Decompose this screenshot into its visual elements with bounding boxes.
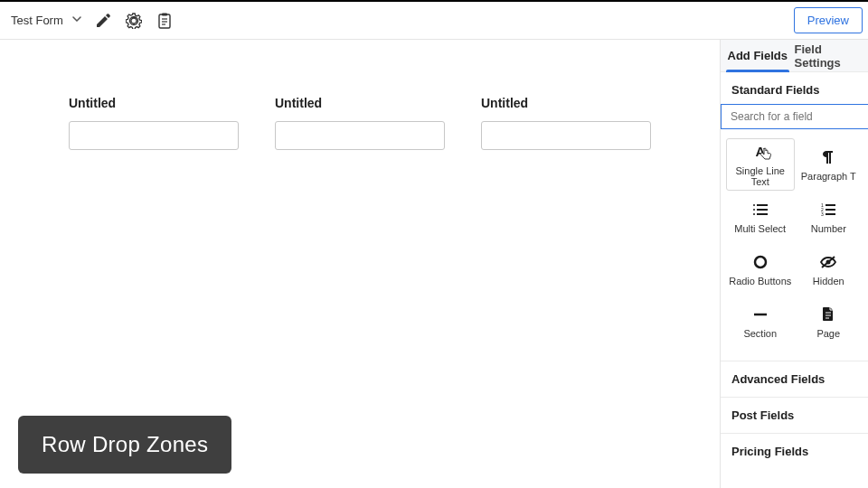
tile-label: Hidden xyxy=(813,276,844,286)
tile-label: Number xyxy=(811,223,846,234)
tile-label: Section xyxy=(743,328,777,339)
number-list-icon: 123 xyxy=(821,200,835,220)
text-input[interactable] xyxy=(481,121,651,150)
section-advanced-fields[interactable]: Advanced Fields xyxy=(721,361,868,397)
radio-icon xyxy=(753,252,768,272)
search-wrap xyxy=(721,104,868,129)
tile-hidden[interactable]: Hidden xyxy=(795,243,863,296)
tile-label: Multi Select xyxy=(734,223,786,234)
svg-point-9 xyxy=(753,204,755,206)
field-grid: A Single Line Text Paragraph T Multi Sel… xyxy=(721,129,868,361)
tile-section[interactable]: Section xyxy=(726,296,795,348)
right-sidebar: Add Fields Field Settings Standard Field… xyxy=(720,40,868,488)
text-input[interactable] xyxy=(69,121,239,150)
tile-number[interactable]: 123 Number xyxy=(795,191,863,243)
form-field[interactable]: Untitled xyxy=(275,96,445,150)
section-pricing-fields[interactable]: Pricing Fields xyxy=(721,433,868,469)
tile-label: Page xyxy=(816,328,840,339)
tile-paragraph-text[interactable]: Paragraph T xyxy=(795,138,863,191)
search-input[interactable] xyxy=(721,104,868,129)
form-name-dropdown[interactable]: Test Form xyxy=(11,14,81,27)
clipboard-icon[interactable] xyxy=(156,12,174,30)
fields-row: Untitled Untitled Untitled xyxy=(69,96,651,150)
svg-text:3: 3 xyxy=(821,211,824,216)
toast-caption: Row Drop Zones xyxy=(18,416,231,474)
tab-add-fields[interactable]: Add Fields xyxy=(721,40,795,71)
tab-field-settings[interactable]: Field Settings xyxy=(795,40,869,71)
gear-icon[interactable] xyxy=(125,12,143,30)
top-bar: Test Form Preview xyxy=(0,0,868,40)
page-icon xyxy=(823,305,834,324)
field-label: Untitled xyxy=(481,96,651,110)
svg-point-11 xyxy=(753,213,755,215)
svg-text:A: A xyxy=(755,145,765,159)
field-label: Untitled xyxy=(275,96,445,110)
tile-page[interactable]: Page xyxy=(795,296,863,348)
form-field[interactable]: Untitled xyxy=(481,96,651,150)
preview-button[interactable]: Preview xyxy=(794,7,863,33)
pilcrow-icon xyxy=(822,147,835,167)
svg-rect-1 xyxy=(162,13,167,15)
top-bar-left: Test Form xyxy=(11,12,174,30)
tile-multi-select[interactable]: Multi Select xyxy=(726,191,795,243)
svg-point-18 xyxy=(755,257,766,267)
eye-slash-icon xyxy=(820,252,836,272)
edit-icon[interactable] xyxy=(94,12,112,30)
chevron-down-icon xyxy=(72,16,81,25)
form-field[interactable]: Untitled xyxy=(69,96,239,150)
list-icon xyxy=(753,200,768,220)
minus-icon xyxy=(754,305,767,324)
letter-a-icon: A xyxy=(753,142,768,162)
tile-radio-buttons[interactable]: Radio Buttons xyxy=(726,243,795,296)
text-input[interactable] xyxy=(275,121,445,150)
tile-label: Single Line Text xyxy=(727,165,794,187)
section-post-fields[interactable]: Post Fields xyxy=(721,397,868,433)
svg-point-10 xyxy=(753,209,755,211)
field-label: Untitled xyxy=(69,96,239,110)
tile-single-line-text[interactable]: A Single Line Text xyxy=(726,138,795,191)
sidebar-tabs: Add Fields Field Settings xyxy=(721,40,868,72)
section-header-standard: Standard Fields xyxy=(721,72,868,104)
tile-label: Radio Buttons xyxy=(729,276,791,286)
form-name-label: Test Form xyxy=(11,14,63,27)
tile-label: Paragraph T xyxy=(801,171,856,182)
